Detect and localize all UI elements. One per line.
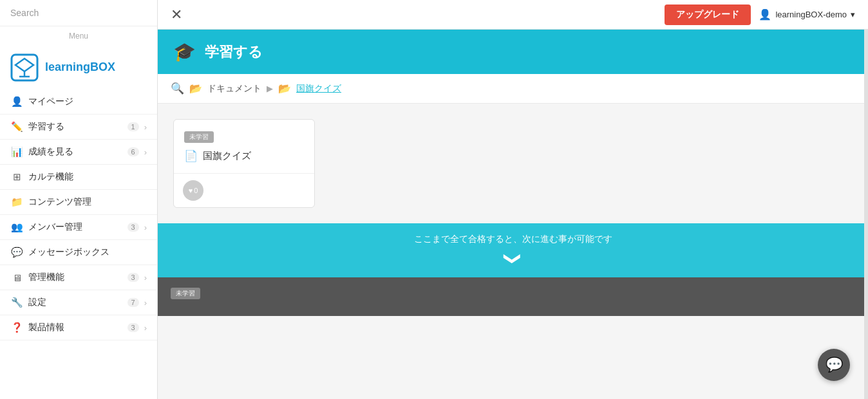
sidebar: Search Menu learningBOX 👤 マイページ ✏️ 学習する … [0,0,158,399]
people-icon: 👥 [10,221,23,233]
admin-badge: 3 [127,273,139,282]
chart-icon: 📊 [10,146,23,158]
svg-marker-1 [15,59,33,71]
breadcrumb: 🔍 📂 ドキュメント ▶ 📂 国旗クイズ [158,74,868,104]
sidebar-item-label: 学習する [28,121,127,133]
search-icon: 🔍 [171,82,184,95]
scrollbar[interactable] [864,30,868,399]
chevron-right-icon: › [144,298,147,308]
pencil-icon: ✏️ [10,121,23,133]
progress-text: ここまで全て合格すると、次に進む事が可能です [171,234,855,245]
topbar: ✕ アップグレード 👤 learningBOX-demo ▾ [158,0,868,30]
logo-icon [10,53,39,82]
folder-icon: 📁 [10,196,23,208]
cards-section: 未学習 📄 国旗クイズ ♥ 0 [158,104,868,223]
chevron-down-icon: ❯ [505,252,522,266]
dark-status-badge: 未学習 [171,288,200,299]
card-body: 未学習 📄 国旗クイズ [174,120,314,173]
sidebar-item-label: コンテンツ管理 [28,196,147,208]
chevron-right-icon: › [144,122,147,132]
dark-section: 未学習 [158,277,868,316]
user-name: learningBOX-demo [775,10,847,19]
content-card[interactable]: 未学習 📄 国旗クイズ ♥ 0 [173,119,315,208]
heart-count: 0 [194,187,198,194]
card-title-text: 国旗クイズ [203,150,251,162]
members-badge: 3 [127,223,139,232]
monitor-icon: 🖥 [10,272,23,283]
products-badge: 3 [127,323,139,332]
user-menu[interactable]: 👤 learningBOX-demo ▾ [759,8,855,21]
chat-icon: 💬 [10,246,23,258]
search-label: Search [10,8,39,18]
sidebar-item-contents[interactable]: 📁 コンテンツ管理 [0,190,157,215]
graduation-cap-icon: 🎓 [173,41,196,62]
sidebar-item-label: カルテ機能 [28,171,147,183]
chat-button[interactable]: 💬 [818,349,850,381]
card-footer: ♥ 0 [174,173,314,207]
question-icon: ❓ [10,322,23,333]
upgrade-button[interactable]: アップグレード [665,5,751,25]
progress-section: ここまで全て合格すると、次に進む事が可能です ❯ [158,223,868,277]
close-button[interactable]: ✕ [171,8,182,22]
chevron-right-icon: › [144,147,147,157]
chat-bubble-icon: 💬 [826,357,843,373]
sidebar-item-label: メンバー管理 [28,221,127,233]
sidebar-item-label: マイページ [28,96,147,107]
learn-badge: 1 [127,122,139,131]
heart-badge: ♥ 0 [183,180,203,201]
sidebar-item-results[interactable]: 📊 成績を見る 6 › [0,140,157,165]
sidebar-item-karute[interactable]: ⊞ カルテ機能 [0,165,157,190]
main-content: ✕ アップグレード 👤 learningBOX-demo ▾ 🎓 学習する 🔍 … [158,0,868,399]
sidebar-item-learn[interactable]: ✏️ 学習する 1 › [0,115,157,140]
logo: learningBOX [0,43,157,89]
document-icon: 📄 [184,149,198,163]
page-title: 学習する [205,42,263,62]
sidebar-item-settings[interactable]: 🔧 設定 7 › [0,290,157,315]
breadcrumb-arrow-icon: ▶ [267,84,273,93]
breadcrumb-folder1[interactable]: ドキュメント [207,83,261,95]
search-bar[interactable]: Search [0,0,157,26]
sidebar-item-messages[interactable]: 💬 メッセージボックス [0,240,157,265]
person-icon: 👤 [10,96,23,107]
sidebar-item-members[interactable]: 👥 メンバー管理 3 › [0,215,157,240]
heart-icon: ♥ [189,187,193,194]
menu-label: Menu [0,26,157,43]
sidebar-item-mypage[interactable]: 👤 マイページ [0,89,157,115]
page-header: 🎓 学習する [158,30,868,74]
grid-icon: ⊞ [10,171,23,183]
chevron-right-icon: › [144,223,147,232]
sidebar-item-label: 成績を見る [28,146,127,158]
chevron-right-icon: › [144,323,147,333]
settings-badge: 7 [127,298,139,307]
sidebar-item-products[interactable]: ❓ 製品情報 3 › [0,315,157,340]
sidebar-item-label: 製品情報 [28,322,127,333]
sidebar-item-admin[interactable]: 🖥 管理機能 3 › [0,265,157,290]
sidebar-item-label: メッセージボックス [28,246,147,258]
card-title: 📄 国旗クイズ [184,149,304,163]
chevron-right-icon: › [144,273,147,283]
results-badge: 6 [127,147,139,156]
status-badge: 未学習 [184,131,214,143]
user-icon: 👤 [759,8,771,21]
folder-icon-2: 📂 [278,82,291,95]
content-area: 🔍 📂 ドキュメント ▶ 📂 国旗クイズ 未学習 📄 国旗クイズ [158,74,868,399]
logo-text-part2: BOX [90,60,115,73]
breadcrumb-folder2[interactable]: 国旗クイズ [296,83,341,95]
wrench-icon: 🔧 [10,297,23,308]
sidebar-item-label: 設定 [28,297,127,308]
topbar-right: アップグレード 👤 learningBOX-demo ▾ [665,5,855,25]
sidebar-item-label: 管理機能 [28,272,127,283]
dropdown-arrow-icon: ▾ [851,10,855,19]
folder-icon: 📂 [189,82,202,95]
logo-text: learningBOX [45,61,115,74]
logo-text-part1: learning [45,60,90,73]
